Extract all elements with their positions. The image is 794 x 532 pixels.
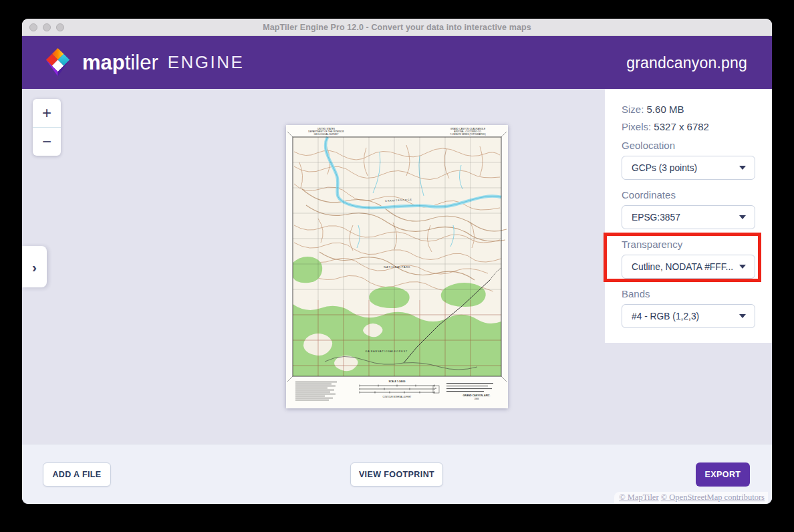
- titlebar: MapTiler Engine Pro 12.0 - Convert your …: [22, 19, 772, 36]
- dropdown-caret-icon: [739, 314, 746, 318]
- svg-text:CONTOUR INTERVAL 40 FEET: CONTOUR INTERVAL 40 FEET: [383, 396, 412, 398]
- file-pixels-value: 5327 x 6782: [654, 121, 709, 132]
- zoom-in-button[interactable]: +: [33, 99, 61, 127]
- svg-text:1988: 1988: [475, 398, 479, 400]
- transparency-label: Transparency: [622, 239, 772, 250]
- geolocation-value: GCPs (3 points): [632, 163, 697, 173]
- svg-text:N A T I O N A L P A R K: N A T I O N A L P A R K: [384, 266, 410, 269]
- coordinates-dropdown[interactable]: EPSG:3857: [622, 205, 755, 229]
- dropdown-caret-icon: [739, 166, 746, 170]
- osm-attribution-link[interactable]: © OpenStreetMap contributors: [661, 493, 765, 502]
- brand: maptiler ENGINE: [42, 47, 244, 78]
- svg-text:GRAND CANYON, ARIZ.: GRAND CANYON, ARIZ.: [463, 394, 491, 397]
- coordinates-value: EPSG:3857: [632, 213, 680, 223]
- open-filename: grandcanyon.png: [626, 53, 747, 72]
- file-pixels: Pixels: 5327 x 6782: [622, 121, 772, 132]
- app-header: maptiler ENGINE grandcanyon.png: [22, 36, 772, 89]
- zoom-control: + −: [33, 99, 61, 156]
- transparency-value: Cutline, NODATA #FFF...: [632, 262, 733, 272]
- window-title: MapTiler Engine Pro 12.0 - Convert your …: [22, 23, 772, 32]
- map-attribution: © MapTiler © OpenStreetMap contributors: [614, 492, 768, 503]
- add-a-file-button[interactable]: ADD A FILE: [43, 462, 111, 487]
- brand-map: map: [82, 51, 125, 75]
- chevron-right-icon: ›: [32, 260, 37, 274]
- app-window: MapTiler Engine Pro 12.0 - Convert your …: [22, 19, 772, 504]
- svg-text:SCALE 1:24000: SCALE 1:24000: [389, 380, 406, 383]
- dropdown-caret-icon: [739, 265, 746, 269]
- file-size-label: Size:: [622, 104, 644, 115]
- transparency-dropdown[interactable]: Cutline, NODATA #FFF...: [622, 255, 755, 279]
- file-size: Size: 5.60 MB: [622, 104, 772, 115]
- coordinates-label: Coordinates: [622, 189, 772, 201]
- bands-value: #4 - RGB (1,2,3): [632, 311, 699, 321]
- geolocation-dropdown[interactable]: GCPs (3 points): [622, 156, 755, 180]
- brand-tiler: tiler: [125, 51, 158, 75]
- export-button[interactable]: EXPORT: [696, 462, 750, 487]
- map-preview[interactable]: UNITED STATES DEPARTMENT OF THE INTERIOR…: [286, 125, 508, 408]
- maptiler-logo-icon: [42, 47, 74, 78]
- zoom-out-button[interactable]: −: [33, 128, 61, 156]
- file-pixels-label: Pixels:: [622, 121, 651, 132]
- maptiler-attribution-link[interactable]: © MapTiler: [619, 493, 658, 502]
- file-info-panel: Size: 5.60 MB Pixels: 5327 x 6782 Geoloc…: [605, 89, 772, 343]
- view-footprint-button[interactable]: VIEW FOOTPRINT: [350, 462, 443, 487]
- screen: MapTiler Engine Pro 12.0 - Convert your …: [0, 0, 794, 532]
- dropdown-caret-icon: [739, 215, 746, 219]
- product-name: ENGINE: [168, 52, 245, 73]
- bands-label: Bands: [622, 288, 772, 299]
- brand-wordmark: maptiler: [82, 51, 158, 75]
- svg-text:7.5 MINUTE SERIES (TOPOGRAPHIC: 7.5 MINUTE SERIES (TOPOGRAPHIC): [450, 133, 485, 136]
- geolocation-label: Geolocation: [622, 140, 772, 151]
- bands-dropdown[interactable]: #4 - RGB (1,2,3): [622, 304, 755, 328]
- file-size-value: 5.60 MB: [647, 104, 684, 115]
- svg-text:GEOLOGICAL SURVEY: GEOLOGICAL SURVEY: [314, 133, 340, 136]
- svg-text:K A I B A B N A T I O N A L: K A I B A B N A T I O N A L F O R E S T: [366, 350, 408, 353]
- side-panel-toggle[interactable]: ›: [22, 246, 47, 287]
